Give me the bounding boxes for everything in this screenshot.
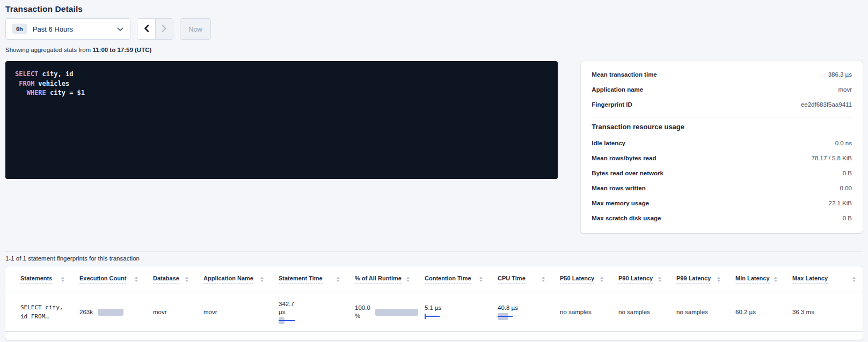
now-button[interactable]: Now xyxy=(180,18,211,40)
column-header-p90-latency[interactable]: P90 Latency xyxy=(610,266,668,293)
column-header-p99-latency[interactable]: P99 Latency xyxy=(668,266,727,293)
cpu-time-bar xyxy=(498,313,514,320)
stats-prefix: Showing aggregated stats from xyxy=(5,47,91,53)
summary-value: ee2df683f5aa9411 xyxy=(801,101,852,108)
sql-keyword: SELECT xyxy=(15,70,38,78)
chevron-down-icon xyxy=(117,24,123,34)
summary-label: Fingerprint ID xyxy=(592,101,632,108)
resource-value: 0.0 ns xyxy=(835,140,852,146)
resource-label: Max scratch disk usage xyxy=(592,215,661,221)
sql-line: WHERE city = $1 xyxy=(15,88,548,98)
cpu-time-value: 40.8 µs xyxy=(498,304,521,312)
resource-value: 0 B xyxy=(843,215,852,221)
summary-row-fingerprint-id: Fingerprint ID ee2df683f5aa9411 xyxy=(592,97,852,112)
statement-link[interactable]: SELECT city, id FROM… xyxy=(20,303,68,321)
sort-icon[interactable] xyxy=(185,277,188,282)
resource-value: 0 B xyxy=(843,170,852,176)
sort-icon[interactable] xyxy=(135,277,138,282)
resource-row-max-scratch-disk-usage: Max scratch disk usage 0 B xyxy=(592,211,852,226)
resource-label: Idle latency xyxy=(592,140,625,146)
statements-table-caption: 1-1 of 1 statement fingerprints for this… xyxy=(5,255,863,262)
column-header-min-latency[interactable]: Min Latency xyxy=(727,266,784,293)
sort-icon[interactable] xyxy=(542,277,545,282)
cell-cpu-time: 40.8 µs xyxy=(490,293,552,331)
page-title: Transaction Details xyxy=(5,4,863,14)
time-range-picker[interactable]: 6h Past 6 Hours xyxy=(5,18,130,40)
pct-runtime-value: 100.0 % xyxy=(355,304,370,320)
sort-icon[interactable] xyxy=(774,277,777,282)
sql-text: city = $1 xyxy=(46,89,85,96)
statements-table: Statements Execution Count Database Appl… xyxy=(5,266,863,332)
cell-statement: SELECT city, id FROM… xyxy=(5,293,71,331)
chevron-right-icon xyxy=(162,25,167,34)
sql-text: city, id xyxy=(38,70,73,78)
resource-value: 0.00 xyxy=(840,185,852,191)
cell-p99-latency: no samples xyxy=(668,293,727,331)
statement-row: SELECT city, id FROM… 263k movr movr 342… xyxy=(5,293,863,331)
sql-line: FROM vehicles xyxy=(15,79,548,89)
sql-indent xyxy=(15,89,27,96)
time-range-label: Past 6 Hours xyxy=(33,25,111,33)
summary-value: 386.3 µs xyxy=(828,71,852,78)
sql-keyword: WHERE xyxy=(27,89,46,96)
sort-icon[interactable] xyxy=(406,277,410,282)
sort-icon[interactable] xyxy=(658,277,661,282)
pct-runtime-bar xyxy=(375,309,418,316)
section-divider xyxy=(5,251,863,252)
sort-icon[interactable] xyxy=(337,277,340,282)
time-range-badge: 6h xyxy=(12,24,27,34)
statement-line: id FROM… xyxy=(20,312,68,321)
column-header-statements[interactable]: Statements xyxy=(5,266,71,293)
transaction-summary-card: Mean transaction time 386.3 µs Applicati… xyxy=(581,61,863,233)
column-header-max-latency[interactable]: Max Latency xyxy=(784,266,863,293)
summary-row-application-name: Application name movr xyxy=(592,82,852,97)
cell-execution-count: 263k xyxy=(71,293,145,331)
column-header-statement-time[interactable]: Statement Time xyxy=(271,266,347,293)
cell-contention-time: 5.1 µs xyxy=(417,293,490,331)
stats-range: 11:00 to 17:59 (UTC) xyxy=(92,47,151,53)
cell-p90-latency: no samples xyxy=(610,293,668,331)
next-time-button[interactable] xyxy=(155,19,173,39)
sort-icon[interactable] xyxy=(260,277,264,282)
resource-row-mean-rows-written: Mean rows written 0.00 xyxy=(592,181,852,196)
summary-value: movr xyxy=(838,86,852,93)
sort-icon[interactable] xyxy=(852,277,856,282)
cell-database: movr xyxy=(145,293,195,331)
resource-label: Max memory usage xyxy=(592,200,649,206)
resource-value: 22.1 KiB xyxy=(829,200,852,206)
aggregated-stats-line: Showing aggregated stats from 11:00 to 1… xyxy=(5,47,863,53)
cell-statement-time: 342.7 µs xyxy=(271,293,347,331)
previous-time-button[interactable] xyxy=(137,19,155,39)
resource-row-bytes-read-over-network: Bytes read over network 0 B xyxy=(592,166,852,181)
time-controls: 6h Past 6 Hours Now xyxy=(5,18,863,40)
execution-count-bar xyxy=(98,309,123,316)
resource-value: 78.17 / 5.8 KiB xyxy=(812,155,852,161)
summary-label: Mean transaction time xyxy=(592,71,657,78)
sort-icon[interactable] xyxy=(479,277,483,282)
resource-label: Mean rows/bytes read xyxy=(592,155,656,161)
resource-usage-title: Transaction resource usage xyxy=(592,123,852,131)
contention-time-bar xyxy=(425,313,441,320)
resource-label: Bytes read over network xyxy=(592,170,663,176)
resource-label: Mean rows written xyxy=(592,185,645,191)
statements-table-card: Statements Execution Count Database Appl… xyxy=(5,266,863,340)
execution-count-value: 263k xyxy=(79,308,93,316)
contention-time-value: 5.1 µs xyxy=(425,304,486,312)
sort-icon[interactable] xyxy=(600,277,603,282)
resource-row-mean-rows-bytes-read: Mean rows/bytes read 78.17 / 5.8 KiB xyxy=(592,151,852,166)
cell-p50-latency: no samples xyxy=(552,293,610,331)
column-header-database[interactable]: Database xyxy=(145,266,195,293)
column-header-contention-time[interactable]: Contention Time xyxy=(417,266,490,293)
column-header-pct-of-all-runtime[interactable]: % of All Runtime xyxy=(347,266,417,293)
statement-time-value: 342.7 µs xyxy=(279,300,302,316)
sort-icon[interactable] xyxy=(61,277,64,282)
sort-icon[interactable] xyxy=(717,277,720,282)
card-divider xyxy=(592,117,852,117)
column-header-execution-count[interactable]: Execution Count xyxy=(71,266,145,293)
sql-line: SELECT city, id xyxy=(15,70,548,79)
column-header-p50-latency[interactable]: P50 Latency xyxy=(552,266,610,293)
column-header-application-name[interactable]: Application Name xyxy=(195,266,271,293)
cell-max-latency: 36.3 ms xyxy=(784,293,863,331)
column-header-cpu-time[interactable]: CPU Time xyxy=(490,266,552,293)
time-step-buttons xyxy=(137,18,173,40)
